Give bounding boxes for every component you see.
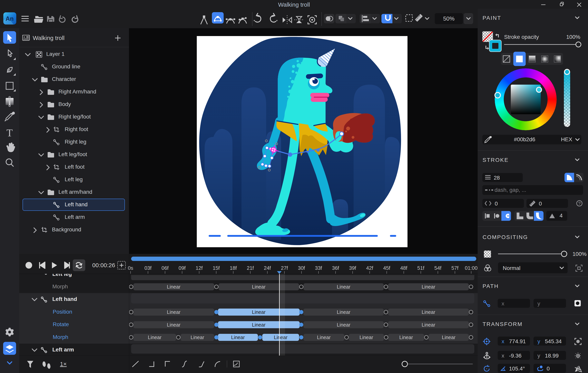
svg-text:06f: 06f: [161, 265, 169, 271]
svg-text:09f: 09f: [178, 265, 186, 271]
svg-text:Linear: Linear: [190, 335, 204, 340]
svg-text:39f: 39f: [349, 265, 356, 271]
svg-text:1×: 1×: [60, 361, 67, 367]
svg-text:Linear: Linear: [337, 309, 350, 315]
svg-text:Linear: Linear: [148, 335, 161, 340]
svg-text:Linear: Linear: [422, 284, 435, 290]
svg-text:Linear: Linear: [167, 309, 180, 315]
svg-text:?: ?: [578, 201, 580, 206]
svg-text:T: T: [6, 127, 13, 138]
svg-text:01:00: 01:00: [465, 265, 477, 271]
svg-text:Linear: Linear: [317, 335, 331, 340]
svg-text:Linear: Linear: [252, 309, 266, 315]
svg-text:50%: 50%: [443, 15, 454, 22]
svg-text:Linear: Linear: [231, 335, 245, 340]
svg-text:30f: 30f: [298, 265, 305, 271]
svg-text:27f: 27f: [281, 265, 288, 271]
svg-text:24f: 24f: [264, 265, 271, 271]
svg-text:33f: 33f: [315, 265, 322, 271]
svg-text:42f: 42f: [366, 265, 373, 271]
svg-text:0s: 0s: [128, 265, 133, 271]
svg-text:18f: 18f: [230, 265, 237, 271]
svg-text:12f: 12f: [196, 265, 203, 271]
svg-text:Linear: Linear: [422, 322, 435, 328]
svg-text:00:00:26: 00:00:26: [92, 262, 115, 268]
svg-text:Linear: Linear: [167, 322, 180, 328]
svg-text:Linear: Linear: [359, 335, 373, 340]
svg-text:Linear: Linear: [337, 322, 350, 328]
svg-text:45f: 45f: [383, 265, 390, 271]
svg-text:03f: 03f: [145, 265, 152, 271]
svg-text:An: An: [5, 15, 13, 22]
svg-text:15f: 15f: [213, 265, 220, 271]
svg-text:Linear: Linear: [442, 335, 455, 340]
svg-text:Linear: Linear: [252, 322, 266, 328]
svg-text:36f: 36f: [332, 265, 339, 271]
svg-text:Linear: Linear: [167, 284, 180, 290]
svg-text:48f: 48f: [400, 265, 408, 271]
svg-text:Linear: Linear: [422, 309, 435, 315]
svg-text:51f: 51f: [417, 265, 425, 271]
svg-text:Linear: Linear: [252, 284, 266, 290]
svg-text:54f: 54f: [434, 265, 441, 271]
svg-text:21f: 21f: [247, 265, 254, 271]
svg-text:57f: 57f: [452, 265, 459, 271]
svg-text:Linear: Linear: [337, 284, 350, 290]
svg-text:Linear: Linear: [399, 335, 413, 340]
